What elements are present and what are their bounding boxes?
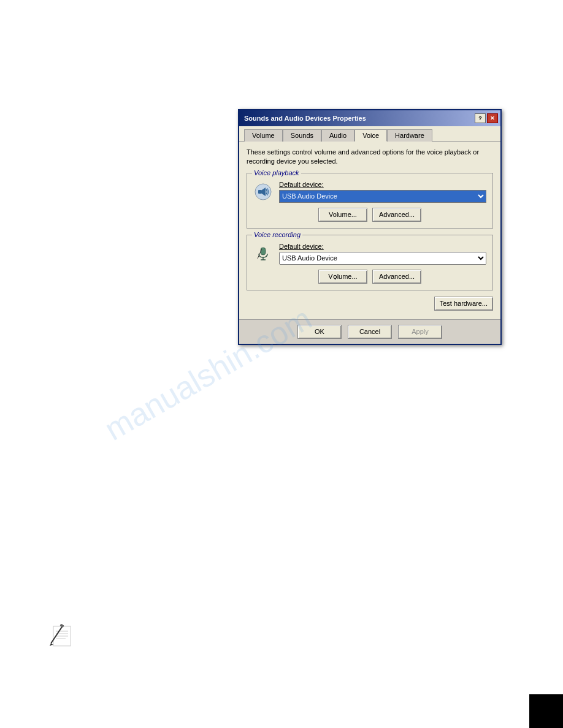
apply-button[interactable]: Apply bbox=[398, 325, 442, 339]
tab-voice[interactable]: Voice bbox=[354, 129, 387, 142]
voice-playback-group: Voice playback Defa bbox=[247, 173, 493, 229]
tab-volume[interactable]: Volume bbox=[244, 129, 283, 142]
svg-marker-13 bbox=[50, 643, 53, 646]
help-button[interactable]: ? bbox=[475, 113, 486, 123]
svg-rect-3 bbox=[261, 248, 266, 255]
playback-default-label: Default device: bbox=[279, 181, 486, 188]
playback-device-info: Default device: USB Audio Device bbox=[279, 181, 486, 203]
tab-hardware[interactable]: Hardware bbox=[387, 129, 432, 142]
black-rect bbox=[529, 694, 563, 728]
title-bar-buttons: ? ✕ bbox=[475, 113, 498, 123]
close-button[interactable]: ✕ bbox=[487, 113, 498, 123]
voice-playback-label: Voice playback bbox=[252, 169, 301, 176]
tabs-container: Volume Sounds Audio Voice Hardware bbox=[239, 126, 500, 142]
mic-icon bbox=[253, 244, 273, 264]
dialog-title: Sounds and Audio Devices Properties bbox=[244, 115, 366, 122]
recording-advanced-button[interactable]: Advanced... bbox=[372, 270, 421, 284]
playback-dropdown-row: USB Audio Device bbox=[279, 190, 486, 203]
recording-device-select[interactable]: USB Audio Device bbox=[279, 252, 486, 265]
tab-sounds[interactable]: Sounds bbox=[283, 129, 321, 142]
recording-device-info: Default device: USB Audio Device bbox=[279, 243, 486, 265]
playback-volume-button[interactable]: Volume... bbox=[318, 208, 367, 222]
description-text: These settings control volume and advanc… bbox=[247, 148, 493, 167]
dialog-footer: OK Cancel Apply bbox=[239, 319, 500, 344]
corner-icon bbox=[46, 619, 77, 650]
tab-audio[interactable]: Audio bbox=[321, 129, 354, 142]
playback-buttons-row: Volume... Advanced... bbox=[253, 208, 486, 222]
title-bar: Sounds and Audio Devices Properties ? ✕ bbox=[239, 110, 500, 126]
recording-volume-button[interactable]: Vọlume... bbox=[318, 270, 367, 284]
dialog-content: These settings control volume and advanc… bbox=[239, 142, 500, 319]
recording-default-label: Default device: bbox=[279, 243, 486, 250]
speaker-icon bbox=[253, 182, 273, 202]
test-hardware-button[interactable]: Test hardware... bbox=[434, 297, 493, 311]
recording-dropdown-row: USB Audio Device bbox=[279, 252, 486, 265]
ok-button[interactable]: OK bbox=[297, 325, 342, 339]
voice-recording-group: Voice recording bbox=[247, 235, 493, 290]
playback-advanced-button[interactable]: Advanced... bbox=[372, 208, 421, 222]
dialog-window: Sounds and Audio Devices Properties ? ✕ … bbox=[238, 109, 502, 345]
playback-device-select[interactable]: USB Audio Device bbox=[279, 190, 486, 203]
recording-buttons-row: Vọlume... Advanced... bbox=[253, 270, 486, 284]
recording-device-row: Default device: USB Audio Device bbox=[253, 243, 486, 265]
voice-recording-label: Voice recording bbox=[252, 231, 302, 238]
svg-rect-1 bbox=[258, 190, 262, 194]
playback-device-row: Default device: USB Audio Device bbox=[253, 181, 486, 203]
cancel-button[interactable]: Cancel bbox=[348, 325, 392, 339]
test-hardware-row: Test hardware... bbox=[247, 297, 493, 311]
